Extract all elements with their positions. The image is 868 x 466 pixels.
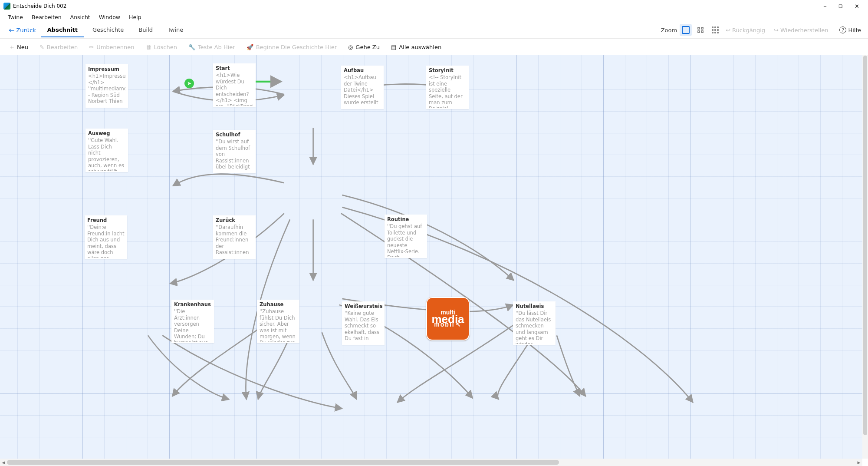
toolbar: +Neu ✎Bearbeiten ✏Umbenennen 🗑Löschen 🔧T… xyxy=(0,39,868,56)
wrench-icon: 🔧 xyxy=(188,44,195,50)
menu-bearbeiten[interactable]: Bearbeiten xyxy=(27,13,66,21)
tab-geschichte[interactable]: Geschichte xyxy=(86,23,130,37)
passage-impressum[interactable]: Impressum <h1>Impressum:</h1> ''multimed… xyxy=(85,64,128,108)
passage-ausweg[interactable]: Ausweg ''Gute Wahl. Lass Dich nicht prov… xyxy=(85,129,128,172)
help-icon: ? xyxy=(839,26,846,33)
rocket-icon: 🚀 xyxy=(247,44,253,50)
tab-twine[interactable]: Twine xyxy=(161,23,189,37)
passage-title: Start xyxy=(216,65,253,71)
edit-label: Bearbeiten xyxy=(47,44,78,50)
passage-title: Weißwursteis xyxy=(345,303,382,309)
edit-icon: ✎ xyxy=(39,44,44,50)
undo-button[interactable]: ↩ Rückgängig xyxy=(721,25,769,35)
back-arrow-icon: ← xyxy=(9,26,14,34)
passage-body: <h1>Aufbau der Twine-Datei</h1> Dieses S… xyxy=(344,74,381,106)
passage-krankenhaus[interactable]: Krankenhaus ''Die Ärzt:innen versorgen D… xyxy=(171,300,214,343)
horizontal-scroll-thumb[interactable] xyxy=(7,460,559,465)
zoom-large-icon[interactable] xyxy=(680,24,692,36)
delete-button[interactable]: 🗑Löschen xyxy=(141,42,181,52)
passage-routine[interactable]: Routine ''Du gehst auf Toilette und guck… xyxy=(385,215,427,258)
start-label: Beginne Die Geschichte Hier xyxy=(256,44,337,50)
redo-button[interactable]: ↪ Wiederherstellen xyxy=(769,25,832,35)
window-title: Entscheide Dich 002 xyxy=(13,3,824,9)
scroll-right-arrow[interactable]: ▶ xyxy=(855,459,862,466)
passage-body: ''Dein:e Freund:in lacht Dich aus und me… xyxy=(87,224,125,258)
vertical-scrollbar[interactable] xyxy=(862,55,868,459)
passage-storyinit[interactable]: StoryInit <!-- StoryInit ist eine spezie… xyxy=(426,66,469,109)
passage-zurueck[interactable]: Zurück ''Daraufhin kommen die Freund:inn… xyxy=(213,215,256,259)
back-button[interactable]: ← Zurück xyxy=(5,24,39,36)
passage-title: Impressum xyxy=(88,66,125,72)
passage-schulhof[interactable]: Schulhof ''Du wirst auf dem Schulhof von… xyxy=(213,130,256,173)
cursor-icon: ↖ xyxy=(456,322,462,327)
select-all-icon: ▤ xyxy=(391,44,396,50)
help-button[interactable]: ? Hilfe xyxy=(832,25,863,35)
passage-body: ''Du gehst auf Toilette und guckst die n… xyxy=(387,223,424,257)
tab-build[interactable]: Build xyxy=(132,23,159,37)
start-story-here-button[interactable]: 🚀Beginne Die Geschichte Hier xyxy=(242,42,341,52)
redo-label: Wiederherstellen xyxy=(780,27,828,33)
passage-zuhause[interactable]: Zuhause ''Zuhause fühlst Du Dich sicher.… xyxy=(257,300,299,343)
close-button[interactable]: ✕ xyxy=(855,3,859,10)
passage-aufbau[interactable]: Aufbau <h1>Aufbau der Twine-Datei</h1> D… xyxy=(341,66,384,109)
multimedia-mobil-logo: multi media mobil↖ xyxy=(426,297,470,340)
passage-freund[interactable]: Freund ''Dein:e Freund:in lacht Dich aus… xyxy=(85,215,127,259)
undo-label: Rückgängig xyxy=(732,27,765,33)
title-bar: Entscheide Dich 002 ─ ❏ ✕ xyxy=(0,0,868,12)
menu-twine[interactable]: Twine xyxy=(3,13,27,21)
passage-body: ''Gute Wahl. Lass Dich nicht provozieren… xyxy=(88,137,125,171)
horizontal-scrollbar[interactable]: ◀ ▶ xyxy=(0,459,862,466)
passage-body: ''Die Ärzt:innen versorgen Deine Wunden;… xyxy=(174,308,211,342)
select-all-button[interactable]: ▤Alle auswählen xyxy=(387,42,446,52)
logo-line3: mobil xyxy=(434,322,454,327)
passage-body: ''Du wirst auf dem Schulhof von Rassist:… xyxy=(216,139,253,170)
goto-button[interactable]: ◎Gehe Zu xyxy=(344,42,384,52)
goto-label: Gehe Zu xyxy=(355,44,380,50)
menu-help[interactable]: Help xyxy=(125,13,146,21)
redo-icon: ↪ xyxy=(774,27,779,33)
passage-body: <!-- StoryInit ist eine spezielle Seite,… xyxy=(429,74,466,108)
passage-body: ''Du lässt Dir das Nutellaeis schmecken … xyxy=(516,310,553,344)
passage-body: ''Daraufhin kommen die Freund:innen der … xyxy=(216,224,253,255)
rename-label: Umbenennen xyxy=(96,44,134,50)
connection-arrows xyxy=(0,55,862,459)
app-icon xyxy=(3,3,10,10)
story-canvas[interactable]: Impressum <h1>Impressum:</h1> ''multimed… xyxy=(0,55,862,459)
zoom-group: Zoom xyxy=(661,24,721,36)
passage-start[interactable]: Start <h1>Wie würdest Du Dich entscheide… xyxy=(213,63,256,107)
undo-icon: ↩ xyxy=(726,27,730,33)
passage-title: Ausweg xyxy=(88,130,125,136)
menu-window[interactable]: Window xyxy=(95,13,125,21)
passage-title: Aufbau xyxy=(344,67,381,73)
passage-title: Nutellaeis xyxy=(516,303,553,309)
tab-abschnitt[interactable]: Abschnitt xyxy=(41,23,84,37)
passage-nutellaeis[interactable]: Nutellaeis ''Du lässt Dir das Nutellaeis… xyxy=(513,301,556,345)
passage-body: <h1>Impressum:</h1> ''multimediamobil - … xyxy=(88,73,125,104)
scroll-left-arrow[interactable]: ◀ xyxy=(0,459,7,466)
passage-body: ''Keine gute Wahl. Das Eis schmeckt so e… xyxy=(345,310,382,341)
select-all-label: Alle auswählen xyxy=(399,44,441,50)
maximize-button[interactable]: ❏ xyxy=(838,4,842,9)
new-label: Neu xyxy=(17,44,28,50)
zoom-medium-icon[interactable] xyxy=(694,24,707,36)
zoom-small-icon[interactable] xyxy=(709,24,721,36)
back-label: Zurück xyxy=(16,27,36,33)
passage-weisswursteis[interactable]: Weißwursteis ''Keine gute Wahl. Das Eis … xyxy=(342,301,385,345)
menu-ansicht[interactable]: Ansicht xyxy=(66,13,95,21)
start-badge[interactable]: ➤ xyxy=(184,79,194,88)
passage-title: Krankenhaus xyxy=(174,301,211,307)
nav-tabbar: ← Zurück Abschnitt Geschichte Build Twin… xyxy=(0,22,868,39)
passage-body: <h1>Wie würdest Du Dich entscheiden?</h1… xyxy=(216,72,253,106)
passage-body: ''Zuhause fühlst Du Dich sicher. Aber wa… xyxy=(260,308,297,342)
edit-button[interactable]: ✎Bearbeiten xyxy=(35,42,82,52)
passage-title: Routine xyxy=(387,216,424,222)
zoom-label: Zoom xyxy=(661,27,677,33)
test-from-here-button[interactable]: 🔧Teste Ab Hier xyxy=(184,42,240,52)
minimize-button[interactable]: ─ xyxy=(824,4,826,9)
rename-icon: ✏ xyxy=(89,44,94,50)
rename-button[interactable]: ✏Umbenennen xyxy=(85,42,138,52)
vertical-scroll-thumb[interactable] xyxy=(863,56,867,435)
new-button[interactable]: +Neu xyxy=(5,42,33,52)
test-label: Teste Ab Hier xyxy=(198,44,235,50)
rocket-start-icon: ➤ xyxy=(187,80,191,86)
